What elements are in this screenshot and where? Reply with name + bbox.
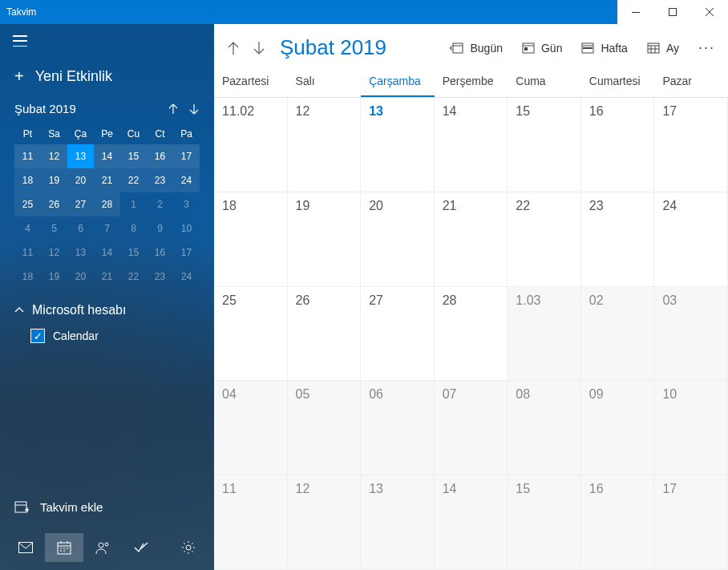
mini-cal-day[interactable]: 21 (94, 168, 120, 192)
mini-cal-day[interactable]: 3 (173, 192, 200, 216)
mini-cal-day[interactable]: 18 (14, 265, 41, 289)
mini-cal-day[interactable]: 16 (147, 144, 173, 168)
calendar-button[interactable] (45, 533, 83, 562)
day-cell[interactable]: 20 (361, 192, 435, 287)
mini-cal-day[interactable]: 1 (120, 192, 147, 216)
mini-cal-day[interactable]: 13 (67, 241, 94, 265)
mail-button[interactable] (6, 533, 45, 562)
mini-cal-day[interactable]: 14 (94, 241, 120, 265)
mini-cal-prev-button[interactable] (168, 103, 179, 115)
mini-cal-day[interactable]: 19 (41, 265, 67, 289)
maximize-button[interactable] (654, 0, 691, 24)
mini-cal-day[interactable]: 8 (120, 216, 147, 241)
day-cell[interactable]: 13 (361, 98, 435, 192)
month-view-button[interactable]: Ay (647, 42, 679, 55)
today-button[interactable]: Bugün (449, 42, 502, 55)
day-cell[interactable]: 14 (435, 98, 508, 192)
day-cell[interactable]: 17 (654, 475, 728, 570)
mini-cal-day[interactable]: 24 (173, 168, 200, 192)
people-button[interactable] (83, 533, 122, 562)
day-cell[interactable]: 05 (288, 381, 362, 475)
mini-cal-day[interactable]: 6 (67, 216, 94, 241)
mini-cal-day[interactable]: 24 (173, 265, 200, 289)
mini-cal-day[interactable]: 20 (67, 265, 94, 289)
day-cell[interactable]: 17 (654, 98, 728, 192)
next-month-button[interactable] (253, 40, 265, 56)
mini-cal-day[interactable]: 21 (94, 265, 120, 289)
todo-button[interactable] (122, 533, 160, 562)
prev-month-button[interactable] (227, 40, 240, 56)
mini-cal-day[interactable]: 18 (14, 168, 41, 192)
day-cell[interactable]: 23 (581, 192, 655, 287)
mini-cal-day[interactable]: 20 (67, 168, 94, 192)
calendar-item[interactable]: ✓Calendar (30, 329, 200, 343)
day-cell[interactable]: 10 (654, 381, 728, 475)
mini-cal-day[interactable]: 5 (41, 216, 67, 241)
day-cell[interactable]: 08 (508, 381, 581, 475)
mini-cal-day[interactable]: 11 (14, 241, 41, 265)
day-cell[interactable]: 15 (508, 98, 581, 192)
mini-cal-day[interactable]: 27 (67, 192, 94, 216)
mini-cal-day[interactable]: 4 (14, 216, 41, 241)
calendar-checkbox[interactable]: ✓ (30, 329, 45, 343)
day-cell[interactable]: 03 (654, 287, 728, 382)
hamburger-button[interactable] (0, 24, 214, 58)
settings-button[interactable] (169, 533, 208, 562)
minimize-button[interactable] (617, 0, 654, 24)
day-cell[interactable]: 12 (288, 98, 362, 192)
day-cell[interactable]: 16 (581, 475, 655, 570)
mini-cal-day[interactable]: 14 (94, 144, 120, 168)
add-calendar-button[interactable]: Takvim ekle (0, 488, 214, 525)
new-event-button[interactable]: + Yeni Etkinlik (0, 58, 214, 95)
mini-cal-day[interactable]: 11 (14, 144, 41, 168)
day-cell[interactable]: 07 (435, 381, 508, 475)
mini-cal-day[interactable]: 16 (147, 241, 173, 265)
mini-cal-day[interactable]: 19 (41, 168, 67, 192)
mini-cal-next-button[interactable] (188, 103, 200, 115)
mini-cal-day[interactable]: 2 (147, 192, 173, 216)
day-cell[interactable]: 12 (288, 475, 362, 570)
day-cell[interactable]: 22 (508, 192, 581, 287)
mini-cal-day[interactable]: 7 (94, 216, 120, 241)
day-cell[interactable]: 16 (581, 98, 655, 192)
day-cell[interactable]: 06 (361, 381, 435, 475)
mini-cal-day[interactable]: 12 (41, 144, 67, 168)
mini-cal-day[interactable]: 10 (173, 216, 200, 241)
mini-cal-day[interactable]: 12 (41, 241, 67, 265)
mini-cal-day[interactable]: 9 (147, 216, 173, 241)
day-cell[interactable]: 24 (654, 192, 728, 287)
mini-cal-day[interactable]: 23 (147, 265, 173, 289)
day-cell[interactable]: 19 (288, 192, 362, 287)
mini-cal-day[interactable]: 17 (173, 144, 200, 168)
mini-cal-day[interactable]: 15 (120, 241, 147, 265)
mini-cal-day[interactable]: 15 (120, 144, 147, 168)
day-cell[interactable]: 18 (214, 192, 288, 287)
day-cell[interactable]: 14 (435, 475, 508, 570)
more-button[interactable]: ··· (698, 39, 715, 56)
week-view-button[interactable]: Hafta (581, 42, 627, 55)
day-cell[interactable]: 1.03 (508, 287, 581, 382)
day-cell[interactable]: 13 (361, 475, 435, 570)
mini-cal-day[interactable]: 23 (147, 168, 173, 192)
close-button[interactable] (691, 0, 728, 24)
day-cell[interactable]: 28 (435, 287, 508, 382)
day-cell[interactable]: 26 (288, 287, 362, 382)
day-cell[interactable]: 04 (214, 381, 288, 475)
mini-cal-day[interactable]: 17 (173, 241, 200, 265)
day-cell[interactable]: 25 (214, 287, 288, 382)
current-month-label[interactable]: Şubat 2019 (280, 35, 386, 60)
account-toggle[interactable]: Microsoft hesabı (14, 303, 200, 317)
day-cell[interactable]: 27 (361, 287, 435, 382)
mini-cal-day[interactable]: 22 (120, 265, 147, 289)
day-cell[interactable]: 21 (435, 192, 508, 287)
mini-cal-day[interactable]: 13 (67, 144, 94, 168)
day-view-button[interactable]: Gün (522, 42, 562, 55)
mini-cal-day[interactable]: 26 (41, 192, 67, 216)
day-cell[interactable]: 15 (508, 475, 581, 570)
day-cell[interactable]: 09 (581, 381, 655, 475)
mini-cal-day[interactable]: 22 (120, 168, 147, 192)
day-cell[interactable]: 11.02 (214, 98, 288, 192)
day-cell[interactable]: 11 (214, 475, 288, 570)
day-cell[interactable]: 02 (581, 287, 655, 382)
mini-cal-day[interactable]: 28 (94, 192, 120, 216)
